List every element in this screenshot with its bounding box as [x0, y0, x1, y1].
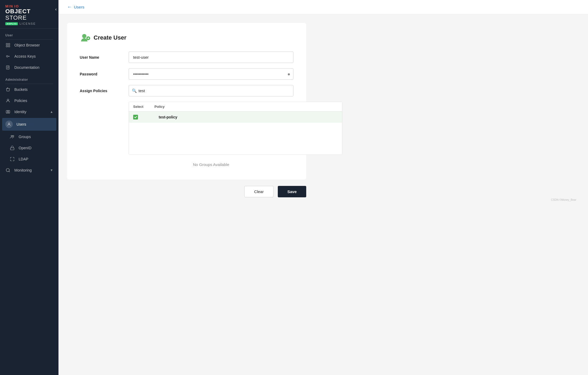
- policy-select-col: [133, 115, 154, 120]
- svg-rect-2: [6, 46, 7, 47]
- access-keys-label: Access Keys: [14, 54, 36, 58]
- username-input[interactable]: [129, 52, 293, 63]
- svg-point-11: [13, 135, 14, 137]
- back-link[interactable]: ← Users: [67, 4, 84, 10]
- policies-label: Policies: [14, 99, 27, 103]
- sidebar-item-users[interactable]: Users: [2, 118, 56, 131]
- key-icon: [5, 54, 11, 59]
- sidebar-item-ldap[interactable]: LDAP: [0, 154, 58, 165]
- assign-policies-label: Assign Policies: [80, 85, 122, 93]
- password-input[interactable]: [129, 68, 293, 80]
- save-button[interactable]: Save: [278, 186, 306, 197]
- svg-point-4: [6, 56, 8, 57]
- object-browser-label: Object Browser: [14, 43, 40, 47]
- sidebar: MIN IO OBJECT STORE AGPLV3 LICENSE ‹ Use…: [0, 0, 58, 375]
- logo-product: OBJECT STORE: [5, 8, 53, 21]
- monitoring-chevron-icon: ▼: [50, 168, 53, 172]
- logo-min: MIN: [5, 4, 13, 8]
- policy-table: Select Policy test-policy: [129, 102, 342, 155]
- search-icon: 🔍: [132, 88, 137, 93]
- sidebar-item-policies[interactable]: Policies: [0, 95, 58, 106]
- sidebar-item-groups[interactable]: Groups: [0, 131, 58, 142]
- sidebar-header: MIN IO OBJECT STORE AGPLV3 LICENSE: [0, 0, 58, 29]
- password-input-wrap: ●: [129, 68, 293, 80]
- svg-rect-0: [6, 44, 7, 45]
- create-user-icon: [80, 32, 90, 43]
- svg-point-10: [11, 135, 12, 137]
- main-content: ← Users Create User User Name: [58, 0, 588, 375]
- back-label: Users: [74, 5, 84, 9]
- logo-brand: MIN IO: [5, 4, 53, 8]
- watermark: CSDN ©Money_Bear: [67, 197, 579, 203]
- username-row: User Name: [80, 52, 293, 63]
- policy-checkbox[interactable]: [133, 115, 138, 120]
- sidebar-item-monitoring[interactable]: Monitoring ▼: [0, 165, 58, 176]
- users-label: Users: [16, 122, 26, 126]
- identity-label: Identity: [14, 110, 26, 114]
- actions-row: Clear Save: [67, 186, 306, 197]
- monitoring-icon: [5, 168, 11, 173]
- logo-io: IO: [14, 4, 19, 8]
- policy-empty-area: [129, 123, 342, 155]
- back-arrow-icon: ←: [67, 4, 72, 10]
- no-groups-text: No Groups Available: [129, 157, 293, 169]
- content-area: Create User User Name Password ● Assign …: [58, 14, 588, 375]
- admin-section-label: Administrator: [0, 73, 58, 84]
- user-circle-icon: [5, 121, 13, 128]
- svg-point-13: [6, 169, 9, 172]
- identity-icon: [5, 109, 11, 114]
- policy-table-header: Select Policy: [129, 102, 342, 112]
- svg-rect-1: [9, 44, 10, 45]
- policy-name: test-policy: [159, 115, 177, 119]
- doc-icon: [5, 65, 11, 70]
- grid-icon: [5, 42, 11, 48]
- agpl-badge: AGPLV3: [5, 22, 18, 25]
- password-row: Password ●: [80, 68, 293, 80]
- svg-point-6: [7, 99, 9, 101]
- username-input-wrap: [129, 52, 293, 63]
- monitoring-label: Monitoring: [14, 168, 32, 172]
- topbar: ← Users: [58, 0, 588, 14]
- assign-policies-row: Assign Policies 🔍: [80, 85, 293, 96]
- toggle-password-icon[interactable]: ●: [287, 71, 290, 77]
- groups-icon: [10, 134, 15, 139]
- policy-icon: [5, 98, 11, 103]
- username-label: User Name: [80, 52, 122, 59]
- openid-label: OpenID: [19, 146, 31, 150]
- col-policy-header: Policy: [154, 105, 338, 109]
- svg-rect-3: [9, 46, 10, 47]
- sidebar-item-object-browser[interactable]: Object Browser: [0, 40, 58, 51]
- policy-row-0[interactable]: test-policy: [129, 112, 342, 123]
- identity-chevron-icon: ▲: [50, 110, 53, 114]
- collapse-sidebar-button[interactable]: ‹: [53, 6, 58, 13]
- logo-badge: AGPLV3 LICENSE: [5, 22, 53, 25]
- clear-button[interactable]: Clear: [244, 186, 274, 197]
- svg-rect-12: [10, 148, 14, 150]
- svg-point-14: [82, 34, 86, 38]
- bucket-icon: [5, 87, 11, 92]
- sidebar-item-identity[interactable]: Identity ▲: [0, 106, 58, 117]
- ldap-label: LDAP: [19, 157, 28, 161]
- sidebar-item-access-keys[interactable]: Access Keys: [0, 51, 58, 62]
- openid-icon: [10, 145, 15, 151]
- sidebar-item-documentation[interactable]: Documentation: [0, 62, 58, 73]
- buckets-label: Buckets: [14, 87, 28, 92]
- user-section-label: User: [0, 29, 58, 39]
- ldap-icon: [10, 156, 15, 162]
- create-user-card: Create User User Name Password ● Assign …: [67, 23, 306, 180]
- svg-point-8: [7, 111, 9, 112]
- page-title: Create User: [94, 34, 127, 41]
- sidebar-item-openid[interactable]: OpenID: [0, 142, 58, 154]
- sidebar-item-buckets[interactable]: Buckets: [0, 84, 58, 95]
- svg-point-9: [8, 123, 10, 124]
- policy-search-input[interactable]: [129, 85, 293, 96]
- password-label: Password: [80, 68, 122, 76]
- documentation-label: Documentation: [14, 65, 39, 70]
- policy-search-wrap: 🔍: [129, 85, 293, 96]
- card-title-row: Create User: [80, 32, 293, 43]
- license-text: LICENSE: [19, 22, 36, 25]
- col-select-header: Select: [133, 105, 154, 109]
- groups-label: Groups: [19, 135, 31, 139]
